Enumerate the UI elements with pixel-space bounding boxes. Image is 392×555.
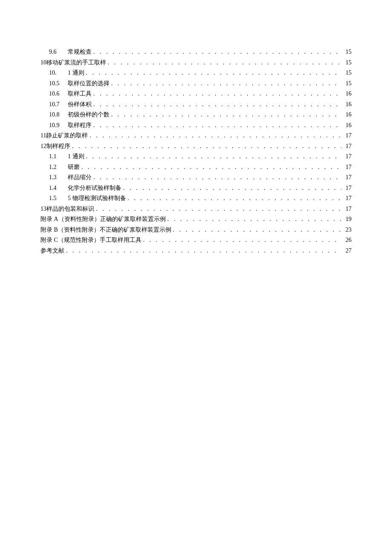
toc-entry-title: 常规检查	[68, 47, 92, 58]
toc-entry-page: 15	[343, 47, 352, 58]
toc-leader-dots	[93, 172, 341, 183]
toc-entry: 13 样品的包装和标识17	[40, 204, 352, 215]
toc-entry-page: 15	[343, 68, 352, 78]
toc-entry: 10 移动矿浆流的手工取样15	[40, 58, 352, 68]
toc-entry-title: 制样程序	[46, 141, 70, 152]
toc-entry-number: 1.1	[49, 151, 68, 162]
toc-leader-dots	[81, 162, 341, 173]
toc-entry-title: 附录 C（规范性附录）手工取样用工具	[40, 235, 141, 246]
toc-entry-title: 取样位置的选择	[68, 78, 110, 89]
toc-entry: 参考文献27	[40, 246, 352, 256]
toc-entry-number: 1.2	[49, 162, 68, 173]
toc-entry: 10.6取样工具16	[40, 89, 352, 99]
toc-leader-dots	[143, 235, 341, 246]
toc-leader-dots	[93, 120, 341, 131]
toc-entry-title: 移动矿浆流的手工取样	[46, 58, 106, 68]
toc-entry-number: 10.5	[49, 78, 68, 89]
toc-leader-dots	[93, 47, 341, 58]
toc-leader-dots	[108, 58, 341, 68]
toc-leader-dots	[123, 183, 341, 194]
toc-entry-number: 10.9	[49, 120, 68, 131]
toc-leader-dots	[93, 99, 341, 110]
toc-entry-page: 16	[343, 99, 352, 110]
toc-leader-dots	[86, 151, 342, 162]
toc-entry-page: 17	[343, 172, 352, 183]
toc-entry-number: 13	[40, 204, 46, 215]
toc-entry-page: 26	[343, 235, 352, 246]
toc-entry-number: 10.7	[49, 99, 68, 110]
toc-entry-title: 附录 B（资料性附录）不正确的矿浆取样装置示例	[40, 225, 171, 235]
toc-entry: 附录 A（资料性附录）正确的矿浆取样装置示例19	[40, 214, 352, 225]
toc-entry-title: 1 通则	[68, 151, 84, 162]
toc-entry-title: 静止矿浆的取样	[46, 131, 88, 141]
toc-entry-title: 取样工具	[68, 89, 92, 99]
toc-leader-dots	[89, 131, 341, 141]
toc-entry-number: 10.8	[49, 110, 68, 120]
toc-entry-number: 10.6	[49, 89, 68, 99]
toc-entry: 附录 C（规范性附录）手工取样用工具26	[40, 235, 352, 246]
toc-entry: 附录 B（资料性附录）不正确的矿浆取样装置示例23	[40, 225, 352, 235]
toc-entry-title: 样品的包装和标识	[46, 204, 94, 215]
toc-entry: 10.1 通则15	[40, 68, 352, 78]
toc-entry-title: 5 物理检测试验样制备	[68, 193, 126, 204]
toc-entry-title: 初级份样的个数	[68, 110, 110, 120]
toc-leader-dots	[173, 225, 341, 235]
toc-entry-page: 17	[343, 151, 352, 162]
toc-leader-dots	[96, 204, 341, 215]
toc-entry-page: 16	[343, 120, 352, 131]
toc-entry: 1.4化学分析试验样制备17	[40, 183, 352, 194]
toc-leader-dots	[111, 78, 341, 89]
toc-entry: 9.6常规检查15	[40, 47, 352, 58]
toc-leader-dots	[128, 193, 342, 204]
document-page: 9.6常规检查1510 移动矿浆流的手工取样1510.1 通则1510.5取样位…	[0, 0, 392, 256]
toc-entry: 10.5取样位置的选择15	[40, 78, 352, 89]
toc-entry: 1.2研磨17	[40, 162, 352, 173]
toc-leader-dots	[86, 68, 342, 78]
toc-entry: 1.3样品缩分17	[40, 172, 352, 183]
toc-entry-page: 16	[343, 89, 352, 99]
toc-entry-page: 17	[343, 193, 352, 204]
toc-entry-page: 17	[343, 141, 352, 152]
toc-leader-dots	[72, 141, 341, 152]
toc-entry-title: 化学分析试验样制备	[68, 183, 121, 194]
toc-entry-number: 11	[40, 131, 46, 141]
toc-leader-dots	[93, 89, 341, 99]
toc-entry: 1.11 通则17	[40, 151, 352, 162]
toc-entry-page: 17	[343, 204, 352, 215]
toc-entry-number: 12	[40, 141, 46, 152]
toc-entry-title: 样品缩分	[68, 172, 92, 183]
toc-entry: 10.8初级份样的个数16	[40, 110, 352, 120]
toc-entry-number: 1.4	[49, 183, 68, 194]
toc-entry-number: 10.	[49, 68, 68, 78]
toc-leader-dots	[111, 110, 341, 120]
toc-entry-title: 研磨	[68, 162, 80, 173]
toc-entry: 11 静止矿浆的取样17	[40, 131, 352, 141]
toc-entry: 10.9取样程序16	[40, 120, 352, 131]
toc-entry-title: 份样体积	[68, 99, 92, 110]
toc-entry-title: 参考文献	[40, 246, 64, 256]
toc-entry-page: 15	[343, 58, 352, 68]
toc-entry-page: 19	[343, 214, 352, 225]
toc-entry-page: 15	[343, 78, 352, 89]
toc-entry-title: 1 通则	[68, 68, 84, 78]
toc-entry-page: 17	[343, 131, 352, 141]
toc-entry-number: 9.6	[49, 47, 68, 58]
toc-entry-page: 27	[343, 246, 352, 256]
toc-leader-dots	[167, 214, 341, 225]
toc-entry-page: 23	[343, 225, 352, 235]
toc-entry: 12 制样程序17	[40, 141, 352, 152]
toc-entry-page: 16	[343, 110, 352, 120]
toc-entry-page: 17	[343, 162, 352, 173]
toc-entry-number: 1.5	[49, 193, 68, 204]
toc-entry-title: 取样程序	[68, 120, 92, 131]
toc-entry-number: 10	[40, 58, 46, 68]
table-of-contents: 9.6常规检查1510 移动矿浆流的手工取样1510.1 通则1510.5取样位…	[40, 47, 352, 256]
toc-leader-dots	[66, 246, 341, 256]
toc-entry-number: 1.3	[49, 172, 68, 183]
toc-entry: 10.7份样体积16	[40, 99, 352, 110]
toc-entry-page: 17	[343, 183, 352, 194]
toc-entry-title: 附录 A（资料性附录）正确的矿浆取样装置示例	[40, 214, 166, 225]
toc-entry: 1.55 物理检测试验样制备17	[40, 193, 352, 204]
